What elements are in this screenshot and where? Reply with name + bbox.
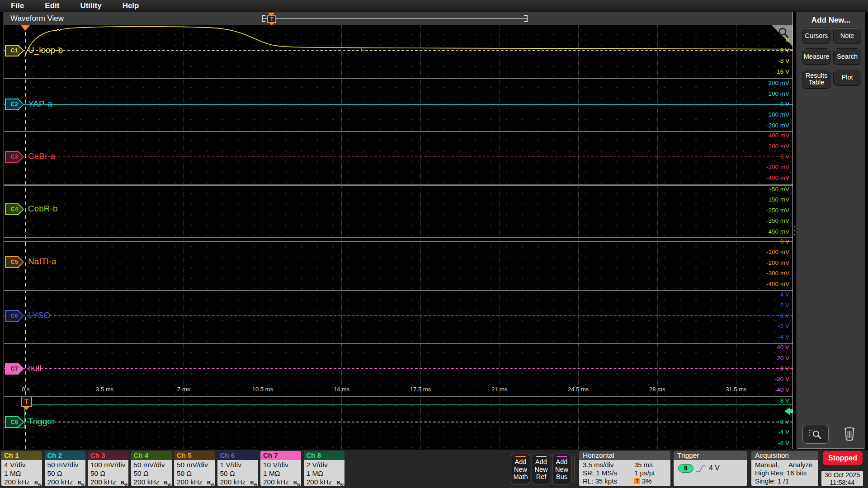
trash-icon[interactable] xyxy=(843,426,856,443)
rising-edge-icon xyxy=(695,464,707,473)
channel-slice-separator xyxy=(4,237,793,238)
menu-item-help[interactable]: Help xyxy=(123,1,139,10)
termination: 1 MΩ xyxy=(307,469,344,478)
horizontal-record-length: RL: 35 kpts xyxy=(583,477,617,485)
scale-label-c2: 100 mV xyxy=(768,90,789,97)
channel-badge-title: Ch 3 xyxy=(88,451,128,460)
scale-label-c8: 8 V xyxy=(780,397,789,404)
channel-name-c8[interactable]: Trigger xyxy=(28,417,55,427)
tab-waveform-view[interactable]: Waveform View xyxy=(10,14,64,23)
channel-name-c6[interactable]: LYSO xyxy=(28,310,50,320)
channel-tag-c4[interactable]: C4 xyxy=(5,203,24,215)
time-axis-label: 17.5 ms xyxy=(410,386,431,393)
scale-label-c5: 0 V xyxy=(780,238,789,245)
trigger-position-flag-icon[interactable]: T xyxy=(267,15,276,23)
channel-tag-c7[interactable]: C7 xyxy=(5,363,24,375)
horizontal-scale: 3.5 ms/div xyxy=(583,461,613,469)
scale-label-c4: -450 mV xyxy=(766,228,789,235)
scale-label-c5: -300 mV xyxy=(766,270,789,277)
channel-badge-ch8[interactable]: Ch 82 V/div1 MΩ200 kHzBW xyxy=(304,451,344,486)
horizontal-panel[interactable]: Horizontal 3.5 ms/div 35 ms SR: 1 MS/s 1… xyxy=(579,451,670,486)
bandwidth-limit-icon: BW xyxy=(293,480,301,485)
add-new-results-table-button[interactable]: Results Table xyxy=(802,69,830,89)
bandwidth-limit-icon: BW xyxy=(336,480,344,485)
add-new-math-button[interactable]: AddNewMath xyxy=(511,454,530,484)
scale-label-c7: 40 V xyxy=(777,344,789,351)
scale-label-c7: -20 V xyxy=(775,376,789,383)
channel-slice-separator xyxy=(4,290,793,291)
scale-label-c4: -350 mV xyxy=(766,218,789,225)
scale-label-c2: 0 V xyxy=(780,101,789,108)
scale-label-c6: 2 V xyxy=(780,302,789,309)
scale-label-c7: 0 V xyxy=(780,365,789,372)
menu-item-file[interactable]: File xyxy=(11,1,24,10)
channel-badge-ch1[interactable]: Ch 14 V/div1 MΩ200 kHzBW xyxy=(1,451,42,486)
trigger-panel[interactable]: Trigger 8 4 V xyxy=(674,451,747,486)
time-axis-label: 28 ms xyxy=(649,386,665,393)
scale-label-c8: 4 xyxy=(786,408,789,415)
bottom-settings-bar: Horizontal 3.5 ms/div 35 ms SR: 1 MS/s 1… xyxy=(0,450,868,488)
add-new-plot-button[interactable]: Plot xyxy=(833,69,861,86)
channel-tag-c3[interactable]: C3 xyxy=(5,151,24,163)
channel-badge-ch6[interactable]: Ch 61 V/div50 Ω200 kHzBW xyxy=(217,451,258,486)
waveform-display-frame: Waveform View T T 80 V-8 V-16 VC1U_loop-… xyxy=(4,12,793,449)
acquisition-analyze: Analyze xyxy=(788,461,812,469)
add-new-ref-button[interactable]: AddNewRef xyxy=(532,454,551,484)
channel-name-c5[interactable]: NaITl-a xyxy=(28,257,56,267)
waveform-plot[interactable]: T 80 V-8 V-16 VC1U_loop-b200 mV100 mV0 V… xyxy=(4,25,793,449)
time-axis-label: 0 s xyxy=(22,386,29,393)
termination: 50 Ω xyxy=(220,469,258,478)
channel-tag-c2[interactable]: C2 xyxy=(5,99,24,110)
vertical-scale: 50 mV/div xyxy=(47,460,85,469)
channel-badge-ch2[interactable]: Ch 250 mV/div50 Ω200 kHzBW xyxy=(45,451,85,486)
add-new-bus-button[interactable]: AddNewBus xyxy=(552,454,571,484)
trigger-position-mini-icon: T xyxy=(634,478,640,484)
bandwidth: 200 kHzBW xyxy=(220,478,258,486)
bandwidth: 200 kHzBW xyxy=(263,478,301,486)
scale-label-c3: -200 mV xyxy=(766,164,789,171)
vertical-scale: 4 V/div xyxy=(4,460,42,469)
trigger-source-marker-icon[interactable]: T xyxy=(21,396,32,407)
trigger-source-marker-pointer xyxy=(24,407,29,410)
zoom-box-button[interactable] xyxy=(802,425,829,444)
menu-item-utility[interactable]: Utility xyxy=(80,1,101,10)
channel-badge-ch5[interactable]: Ch 550 mV/div50 Ω200 kHzBW xyxy=(174,451,215,486)
add-new-cursors-button[interactable]: Cursors xyxy=(802,28,830,44)
scale-label-c1: -16 V xyxy=(775,68,789,75)
channel-tag-c8[interactable]: C8 xyxy=(5,416,24,428)
add-new-search-button[interactable]: Search xyxy=(833,48,861,65)
run-stop-status-button[interactable]: Stopped xyxy=(823,451,863,465)
time-axis-label: 14 ms xyxy=(334,386,349,393)
time-axis-label: 10.5 ms xyxy=(252,386,273,393)
channel-badge-title: Ch 2 xyxy=(45,451,85,460)
channel-badge-title: Ch 8 xyxy=(304,451,344,460)
channel-name-c1[interactable]: U_loop-b xyxy=(28,45,63,55)
time-axis-label: 3.5 ms xyxy=(96,386,113,393)
channel-badge-ch4[interactable]: Ch 450 mV/div50 Ω200 kHzBW xyxy=(131,451,172,486)
bandwidth: 200 kHzBW xyxy=(134,478,172,486)
zero-reference-line-c7 xyxy=(4,368,793,369)
acquisition-panel[interactable]: Acquisition Manual, Analyze High Res: 16… xyxy=(751,451,818,486)
channel-name-c2[interactable]: YAP-a xyxy=(28,99,52,109)
acquisition-single: Single: 1 /1 xyxy=(755,477,789,485)
channel-tag-c1[interactable]: C1 xyxy=(5,45,24,56)
add-new-measure-button[interactable]: Measure xyxy=(802,48,830,65)
channel-badge-settings: 10 V/div1 MΩ200 kHzBW xyxy=(260,460,301,486)
channel-tag-c5[interactable]: C5 xyxy=(5,256,24,268)
scale-label-c5: -100 mV xyxy=(766,249,789,256)
termination: 50 Ω xyxy=(177,469,215,478)
vertical-scale: 100 mV/div xyxy=(90,460,128,469)
panel-splitter-handle[interactable] xyxy=(794,226,795,238)
channel-badge-ch3[interactable]: Ch 3100 mV/div50 Ω200 kHzBW xyxy=(88,451,128,486)
menu-item-edit[interactable]: Edit xyxy=(45,1,59,10)
horizontal-position-bar[interactable]: T xyxy=(262,12,528,25)
channel-badge-settings: 50 mV/div50 Ω200 kHzBW xyxy=(45,460,85,486)
channel-tag-c6[interactable]: C6 xyxy=(5,310,24,322)
channel-name-c3[interactable]: CeBr-a xyxy=(28,151,55,161)
bandwidth-limit-icon: BW xyxy=(34,480,42,485)
channel-badge-settings: 4 V/div1 MΩ200 kHzBW xyxy=(1,460,42,486)
channel-badge-ch7[interactable]: Ch 710 V/div1 MΩ200 kHzBW xyxy=(260,451,301,486)
channel-name-c4[interactable]: CebR-b xyxy=(28,204,57,214)
add-new-note-button[interactable]: Note xyxy=(833,28,861,44)
channel-name-c7[interactable]: null xyxy=(28,363,42,373)
